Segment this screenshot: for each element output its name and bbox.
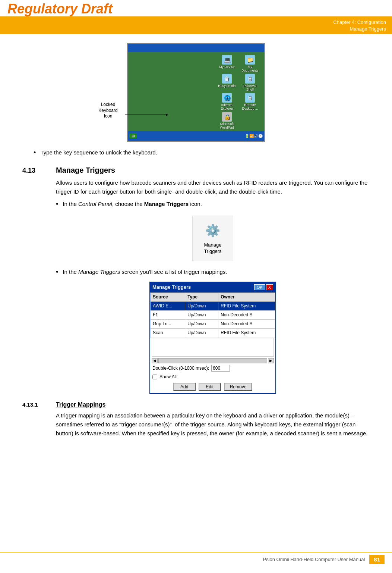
add-button[interactable]: Add (173, 383, 196, 391)
dialog-titlebar: Manage Triggers OK X (150, 282, 275, 292)
page-number: 81 (369, 555, 385, 564)
callout-line (125, 115, 166, 115)
recycle-bin-icon: 🗑 (222, 74, 232, 84)
manage-triggers-dialog: Manage Triggers OK X Source Type Owner (149, 282, 276, 394)
section-4-13-heading: 4.13 Manage Triggers (22, 166, 370, 175)
col-owner: Owner (218, 292, 275, 301)
bullet-control-panel-text: In the Control Panel, choose the Manage … (63, 200, 202, 209)
desktop-icon-my-documents: 📁 MyDocuments (240, 55, 260, 72)
desktop-icon-locked: 🔒 MicrosoftWordPad (216, 112, 237, 129)
bullet-dot-2: • (56, 200, 58, 209)
desktop-icon-row-4: 🔒 MicrosoftWordPad (216, 112, 260, 129)
internet-explorer-label: InternetExplorer (221, 103, 233, 110)
desktop-screenshot-section: 💻 My Device 📁 MyDocuments 🗑 Recycle Bin (22, 43, 370, 142)
section-4-13-1-title: Trigger Mappings (56, 401, 105, 408)
desktop-icon-row-1: 💻 My Device 📁 MyDocuments (216, 55, 260, 72)
my-documents-icon: 📁 (245, 55, 255, 65)
show-all-setting: Show All (152, 373, 273, 381)
remote-desktop-icon: 🖥 (245, 93, 255, 103)
desktop-top-bar (128, 44, 264, 52)
page-footer: Psion Omnii Hand-Held Computer User Manu… (0, 552, 392, 564)
table-row[interactable]: F1 Up/Down Non-Decoded S (151, 311, 275, 320)
desktop-icon-psionvu: 🖥 PsionVUShell (240, 74, 260, 91)
remove-button[interactable]: Remove (224, 383, 253, 391)
locked-keyboard-callout: Locked KeyboardIcon (92, 102, 124, 119)
dialog-table: Source Type Owner AWID E... Up/Down RFID… (150, 292, 275, 338)
col-source: Source (151, 292, 185, 301)
dialog-empty-area (152, 338, 274, 357)
system-tray: 🔋📶🔊🕐 (245, 134, 263, 138)
start-button: ⊞ (129, 134, 137, 138)
recycle-bin-label: Recycle Bin (218, 84, 236, 88)
desktop-icon-my-device: 💻 My Device (216, 55, 237, 72)
my-device-icon: 💻 (222, 55, 232, 65)
desktop-icon-row-2: 🗑 Recycle Bin 🖥 PsionVUShell (216, 74, 260, 91)
locked-keyboard-label: MicrosoftWordPad (220, 122, 234, 129)
table-row[interactable]: Scan Up/Down RFID File System (151, 329, 275, 338)
dialog-ok-button[interactable]: OK (254, 284, 265, 290)
manage-triggers-icon-section: ⚙️ ManageTriggers (56, 216, 370, 261)
locked-keyboard-icon: 🔒 (222, 112, 232, 122)
section-4-13-1-paragraph: A trigger mapping is an association betw… (56, 411, 370, 438)
remote-desktop-label: RemoteDesktop ... (242, 103, 258, 110)
bullet-dot-1: • (34, 148, 36, 157)
row3-source: Grip Tri... (151, 320, 185, 329)
row2-source: F1 (151, 311, 185, 320)
section-4-13-1-heading: 4.13.1 Trigger Mappings (22, 401, 370, 408)
table-row[interactable]: AWID E... Up/Down RFID File System (151, 301, 275, 310)
row1-owner: RFID File System (218, 301, 275, 310)
dialog-close-button[interactable]: X (266, 284, 273, 290)
chapter-header: Chapter 4: Configuration Manage Triggers (0, 18, 392, 34)
bullet-unlock-text: Type the key sequence to unlock the keyb… (40, 148, 157, 157)
chapter-title: Chapter 4: Configuration (333, 19, 386, 25)
show-all-checkbox[interactable] (152, 375, 157, 379)
row4-owner: RFID File System (218, 329, 275, 338)
my-device-label: My Device (219, 65, 235, 69)
psionvu-icon: 🖥 (245, 74, 255, 84)
desktop-taskbar: ⊞ 🔋📶🔊🕐 (128, 131, 264, 141)
edit-button[interactable]: Edit (199, 383, 221, 391)
main-content: 💻 My Device 📁 MyDocuments 🗑 Recycle Bin (0, 34, 392, 460)
dialog-titlebar-buttons: OK X (254, 284, 273, 290)
row1-source: AWID E... (151, 301, 185, 310)
scroll-track[interactable] (158, 358, 267, 363)
section-4-13-paragraph: Allows users to configure how barcode sc… (56, 178, 370, 196)
footer-text: Psion Omnii Hand-Held Computer User Manu… (7, 557, 365, 562)
double-click-input[interactable] (211, 365, 230, 372)
bullet-control-panel: • In the Control Panel, choose the Manag… (56, 200, 370, 209)
section-4-13-title: Manage Triggers (56, 166, 115, 175)
show-all-label: Show All (159, 373, 177, 381)
desktop-icon-internet-explorer: 🌐 InternetExplorer (216, 93, 237, 110)
dialog-hscrollbar: ◀ ▶ (152, 358, 274, 363)
psionvu-label: PsionVUShell (243, 84, 256, 91)
my-documents-label: MyDocuments (241, 65, 259, 72)
desktop-icon-remote-desktop: 🖥 RemoteDesktop ... (240, 93, 260, 110)
manage-triggers-icon-label: ManageTriggers (204, 242, 221, 255)
regulatory-draft-title: Regulatory Draft (7, 1, 385, 16)
row3-owner: Non-Decoded S (218, 320, 275, 329)
row2-type: Up/Down (185, 311, 218, 320)
double-click-setting: Double-Click (0-1000 msec): (152, 365, 273, 372)
systray-icons: 🔋📶🔊🕐 (245, 134, 263, 138)
table-row[interactable]: Grip Tri... Up/Down Non-Decoded S (151, 320, 275, 329)
dialog-action-buttons: Add Edit Remove (152, 383, 274, 391)
section-4-13-1-number: 4.13.1 (22, 401, 56, 408)
desktop-icon-row-3: 🌐 InternetExplorer 🖥 RemoteDesktop ... (216, 93, 260, 110)
dialog-title: Manage Triggers (152, 284, 191, 291)
dialog-table-header-row: Source Type Owner (151, 292, 275, 301)
internet-explorer-icon: 🌐 (222, 93, 232, 103)
screenshot-wrapper: 💻 My Device 📁 MyDocuments 🗑 Recycle Bin (127, 43, 265, 142)
section-4-13-number: 4.13 (22, 167, 56, 175)
chapter-subtitle: Manage Triggers (350, 26, 386, 32)
bullet-unlock-keyboard: • Type the key sequence to unlock the ke… (34, 148, 370, 157)
scroll-left-button[interactable]: ◀ (152, 358, 158, 363)
desktop-icon-recycle-bin: 🗑 Recycle Bin (216, 74, 237, 91)
manage-triggers-icon-box: ⚙️ ManageTriggers (192, 216, 233, 261)
row4-source: Scan (151, 329, 185, 338)
desktop-icons-area: 💻 My Device 📁 MyDocuments 🗑 Recycle Bin (216, 55, 260, 129)
double-click-label: Double-Click (0-1000 msec): (152, 365, 209, 372)
row1-type: Up/Down (185, 301, 218, 310)
scroll-right-button[interactable]: ▶ (268, 358, 274, 363)
row2-owner: Non-Decoded S (218, 311, 275, 320)
manage-triggers-dialog-container: Manage Triggers OK X Source Type Owner (56, 282, 370, 394)
